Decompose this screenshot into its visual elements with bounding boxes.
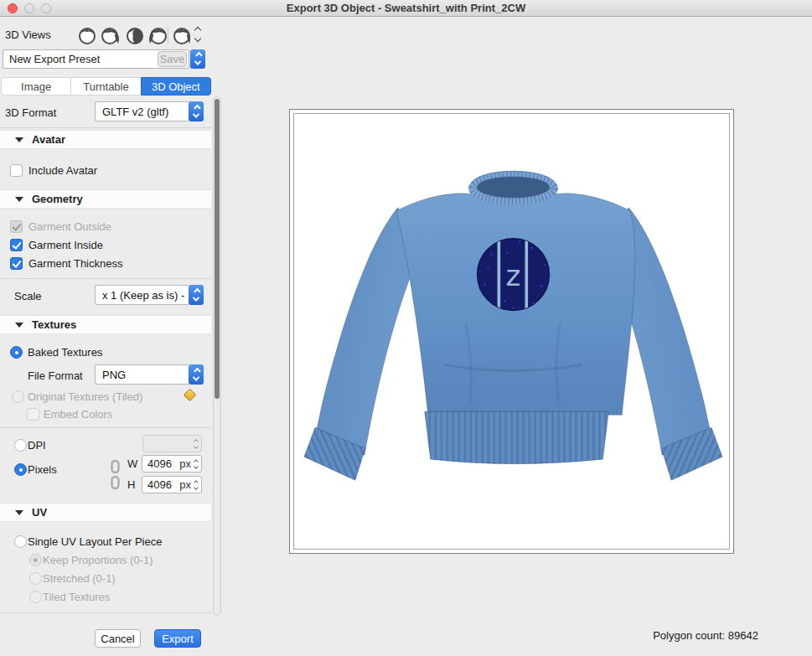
polygon-count-label: Polygon count: [653, 629, 725, 642]
original-textures-label: Original Textures (Tiled) [28, 390, 142, 403]
stretched-radio [29, 572, 42, 585]
section-avatar[interactable]: Avatar [0, 130, 211, 149]
scale-value: x 1 (Keep as is) - … [95, 285, 189, 305]
keep-proportions-label: Keep Proportions (0-1) [43, 554, 153, 566]
format-dropdown[interactable]: GLTF v2 (gltf) [95, 101, 204, 121]
dpi-label: DPI [28, 439, 46, 452]
avatar-section-title: Avatar [32, 133, 65, 146]
single-uv-label: Single UV Layout Per Piece [28, 535, 162, 548]
file-format-label: File Format [28, 369, 83, 382]
views-divider [168, 27, 168, 44]
dpi-radio[interactable] [14, 439, 27, 452]
baked-textures-label: Baked Textures [28, 346, 102, 359]
original-textures-radio [12, 390, 24, 403]
garment-thickness-checkbox[interactable] [10, 257, 23, 270]
format-label: 3D Format [5, 106, 56, 119]
section-uv[interactable]: UV [0, 503, 211, 522]
preview-canvas-frame: z [289, 109, 734, 554]
view-front-icon[interactable] [77, 25, 97, 45]
divider [0, 278, 211, 279]
file-format-dropdown-stepper[interactable] [189, 364, 204, 385]
preset-stepper[interactable] [190, 49, 205, 69]
dpi-field-stepper [194, 440, 198, 448]
height-label: H [127, 478, 135, 491]
format-value: GLTF v2 (gltf) [95, 101, 189, 121]
format-dropdown-stepper[interactable] [189, 101, 204, 121]
pixels-label: Pixels [28, 463, 57, 476]
collapse-triangle-icon [15, 197, 23, 202]
export-button[interactable]: Export [154, 629, 201, 648]
section-geometry[interactable]: Geometry [0, 189, 211, 209]
divider [0, 427, 211, 428]
file-format-value: PNG [95, 364, 189, 385]
logo-letter: z [506, 260, 521, 292]
view-three-quarter-back-icon[interactable] [147, 25, 167, 45]
polygon-count: Polygon count: 89642 [653, 629, 758, 642]
scale-dropdown[interactable]: x 1 (Keep as is) - … [95, 285, 204, 305]
embed-colors-checkbox [27, 408, 39, 421]
garment-outside-label: Garment Outside [28, 220, 111, 233]
width-field[interactable]: 4096 px [142, 455, 202, 473]
link-wh-icon[interactable] [109, 459, 122, 491]
divider [0, 127, 211, 128]
keep-proportions-radio [29, 554, 42, 566]
tab-turntable[interactable]: Turntable [70, 77, 141, 96]
collapse-triangle-icon [15, 323, 23, 328]
garment-inside-label: Garment Inside [28, 239, 103, 251]
preview-canvas[interactable]: z [293, 113, 730, 550]
view-side-icon[interactable] [125, 25, 145, 45]
view-three-quarter-left-icon[interactable] [101, 25, 122, 45]
panel-scrollbar-thumb[interactable] [215, 99, 220, 399]
titlebar: Export 3D Object - Sweatshirt_with Print… [0, 0, 812, 17]
panel-scrollbar-track[interactable] [213, 96, 221, 616]
warning-diamond-icon [184, 389, 197, 402]
dpi-field [142, 435, 202, 452]
baked-textures-radio[interactable] [10, 346, 23, 359]
cancel-button[interactable]: Cancel [95, 629, 141, 648]
pixels-radio[interactable] [14, 463, 27, 476]
polygon-count-value: 89642 [728, 629, 758, 642]
width-value: 4096 [142, 457, 179, 470]
uv-section-title: UV [32, 506, 47, 519]
views-stepper[interactable] [195, 28, 200, 41]
divider [0, 612, 211, 613]
collapse-triangle-icon [15, 137, 23, 142]
height-field-stepper[interactable] [194, 481, 198, 489]
export-mode-tabs: Image Turntable 3D Object [1, 77, 211, 96]
stretched-label: Stretched (0-1) [43, 572, 116, 585]
include-avatar-checkbox[interactable] [10, 164, 23, 177]
tiled-textures-label: Tiled Textures [43, 591, 110, 603]
export-3d-object-dialog: { "window": { "title": "Export 3D Object… [0, 0, 812, 656]
garment-thickness-label: Garment Thickness [28, 257, 122, 270]
height-field[interactable]: 4096 px [142, 476, 202, 493]
include-avatar-label: Include Avatar [28, 164, 97, 177]
save-preset-button: Save [158, 51, 187, 67]
width-field-stepper[interactable] [194, 460, 198, 468]
scale-dropdown-stepper[interactable] [189, 285, 204, 305]
height-value: 4096 [142, 478, 179, 491]
collapse-triangle-icon [15, 510, 23, 515]
view-custom-icon[interactable] [173, 25, 193, 45]
garment-inside-checkbox[interactable] [10, 239, 23, 251]
garment-outside-checkbox [10, 220, 23, 233]
geometry-section-title: Geometry [32, 193, 83, 205]
section-textures[interactable]: Textures [0, 315, 211, 334]
textures-section-title: Textures [32, 318, 76, 331]
single-uv-radio[interactable] [14, 535, 27, 548]
sweatshirt-3d-render: z [294, 114, 729, 549]
file-format-dropdown[interactable]: PNG [95, 364, 204, 385]
width-unit: px [179, 457, 191, 470]
views-label: 3D Views [5, 28, 51, 41]
scale-label: Scale [14, 290, 42, 302]
tab-3d-object[interactable]: 3D Object [141, 77, 211, 96]
window-title: Export 3D Object - Sweatshirt_with Print… [0, 2, 812, 14]
height-unit: px [179, 478, 191, 491]
tab-image[interactable]: Image [1, 77, 71, 96]
tiled-textures-radio [29, 591, 42, 603]
embed-colors-label: Embed Colors [44, 408, 112, 421]
width-label: W [127, 457, 137, 470]
